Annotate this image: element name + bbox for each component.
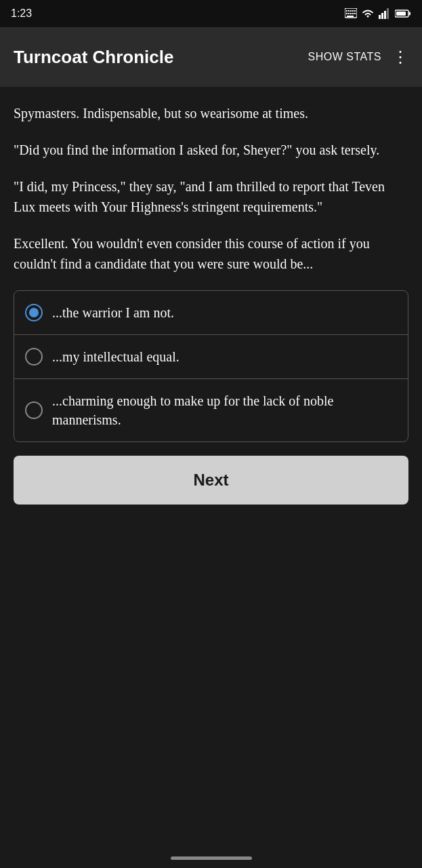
- svg-rect-7: [348, 13, 350, 14]
- svg-rect-8: [350, 13, 352, 14]
- choice-text-2: ...my intellectual equal.: [52, 347, 180, 366]
- svg-rect-17: [409, 12, 410, 16]
- svg-rect-11: [347, 16, 354, 17]
- wifi-icon: [361, 8, 375, 19]
- svg-rect-1: [346, 10, 347, 12]
- svg-rect-3: [350, 10, 352, 12]
- radio-inner-1: [29, 308, 39, 317]
- choice-text-1: ...the warrior I am not.: [52, 303, 174, 322]
- svg-rect-9: [352, 13, 354, 14]
- story-paragraph-3: "I did, my Princess," they say, "and I a…: [14, 176, 408, 217]
- svg-rect-5: [354, 10, 356, 12]
- show-stats-button[interactable]: SHOW STATS: [308, 51, 381, 63]
- main-content: Spymasters. Indispensable, but so wearis…: [0, 87, 422, 518]
- app-bar-actions: SHOW STATS ⋮: [308, 49, 408, 65]
- svg-rect-14: [384, 11, 386, 19]
- choices-container: ...the warrior I am not. ...my intellect…: [14, 290, 408, 442]
- svg-rect-2: [348, 10, 350, 12]
- keyboard-icon: [345, 8, 357, 19]
- status-time: 1:23: [11, 7, 32, 20]
- radio-button-2[interactable]: [25, 348, 43, 366]
- radio-button-1[interactable]: [25, 304, 43, 321]
- more-menu-icon[interactable]: ⋮: [392, 49, 408, 65]
- bottom-nav-indicator: [171, 856, 252, 860]
- svg-rect-6: [346, 13, 347, 14]
- battery-icon: [395, 9, 411, 18]
- next-button[interactable]: Next: [14, 456, 408, 505]
- choice-item-2[interactable]: ...my intellectual equal.: [14, 335, 408, 379]
- status-bar: 1:23: [0, 0, 422, 27]
- choice-item-1[interactable]: ...the warrior I am not.: [14, 291, 408, 335]
- choice-item-3[interactable]: ...charming enough to make up for the la…: [14, 379, 408, 441]
- status-icons: [345, 8, 411, 19]
- svg-rect-18: [396, 12, 406, 16]
- svg-rect-4: [352, 10, 354, 12]
- svg-rect-10: [354, 13, 356, 14]
- app-bar: Turncoat Chronicle SHOW STATS ⋮: [0, 27, 422, 87]
- story-paragraph-2: "Did you find the information I asked fo…: [14, 140, 408, 160]
- signal-icon: [379, 8, 391, 19]
- svg-rect-13: [381, 13, 383, 19]
- svg-rect-12: [379, 15, 381, 19]
- app-title: Turncoat Chronicle: [14, 47, 173, 68]
- story-paragraph-1: Spymasters. Indispensable, but so wearis…: [14, 103, 408, 123]
- story-paragraph-4: Excellent. You wouldn't even consider th…: [14, 233, 408, 274]
- radio-button-3[interactable]: [25, 401, 43, 419]
- svg-rect-15: [387, 8, 389, 19]
- choice-text-3: ...charming enough to make up for the la…: [52, 391, 397, 429]
